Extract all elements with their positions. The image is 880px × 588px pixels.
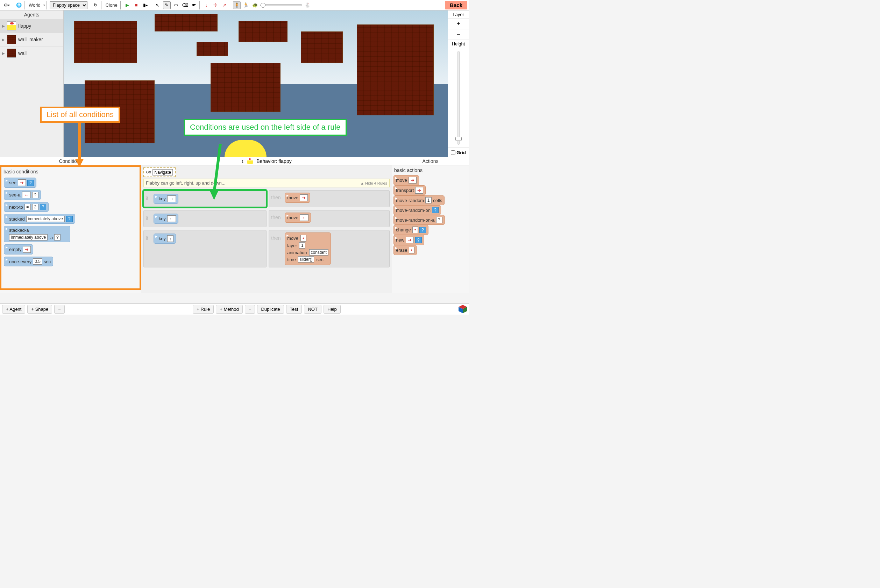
globe-icon[interactable]: 🌐: [15, 2, 23, 9]
block-transport[interactable]: ▶transport ➔: [393, 185, 426, 195]
rule-if-slot[interactable]: if ▶key ←: [143, 210, 267, 227]
refresh-icon[interactable]: ↻: [92, 2, 100, 9]
block-once-every[interactable]: ▶once-every 0.5 sec: [4, 256, 53, 266]
pencil-icon[interactable]: ✎: [163, 2, 171, 9]
arrow-upright-icon[interactable]: ↗: [221, 2, 228, 9]
step-icon[interactable]: ▮▸: [142, 2, 149, 9]
add-shape-button[interactable]: + Shape: [27, 305, 52, 314]
behavior-column: ↕ Behavior: flappy on Navigate Flabby ca…: [141, 158, 392, 293]
layer-plus-button[interactable]: +: [448, 19, 469, 29]
hand-icon[interactable]: ☛: [190, 2, 198, 9]
person-icon[interactable]: 🧍: [233, 2, 241, 9]
agents-panel: Agents ▶ flappy ▶ wall_maker ▶ wall: [0, 10, 64, 158]
arrow-down-red-icon[interactable]: ↓: [203, 2, 210, 9]
block-key[interactable]: ▶key →: [153, 194, 179, 204]
agent-name: flappy: [18, 23, 31, 28]
run-icon[interactable]: 🏃: [242, 2, 250, 9]
add-agent-button[interactable]: + Agent: [2, 305, 25, 314]
block-move[interactable]: ▶move ←: [285, 213, 311, 223]
rule-description[interactable]: Flabby can go left, right, up and down..…: [143, 178, 390, 188]
agent-brick-icon: [7, 49, 16, 58]
rule-then-slot[interactable]: then ▶move ➔: [269, 190, 390, 207]
block-see[interactable]: ▶see ➔ ?: [4, 178, 36, 188]
move-cross-icon[interactable]: ✢: [212, 2, 219, 9]
callout-rule-left: Conditions are used on the left side of …: [184, 119, 347, 136]
rule-editor: Conditions basic conditions ▶see ➔ ? ▶se…: [0, 158, 469, 293]
agent-item-wall-maker[interactable]: ▶ wall_maker: [0, 33, 63, 46]
basic-conditions-header: basic conditions: [3, 168, 138, 177]
agent-flappy-icon: [7, 21, 16, 30]
pointer-icon[interactable]: ↖: [154, 2, 162, 9]
agent-flappy-icon: [247, 158, 253, 164]
layer-minus-button[interactable]: −: [448, 29, 469, 40]
svg-marker-3: [210, 189, 219, 200]
speed-slider[interactable]: [260, 4, 302, 6]
chevron-right-icon: ▶: [2, 24, 5, 28]
agent-name: wall: [18, 50, 27, 56]
rule-row: if ▶key ↑ then ▶ move • layer 1 animatio…: [143, 230, 390, 267]
rule-row: if ▶key → then ▶move ➔: [143, 190, 390, 207]
add-method-button[interactable]: + Method: [216, 305, 243, 314]
height-slider[interactable]: [458, 51, 460, 145]
block-see-a[interactable]: ▶see-a ← ?: [4, 190, 41, 200]
rule-if-slot[interactable]: if ▶key →: [143, 190, 267, 207]
block-stacked[interactable]: ▶stacked immediately above ?: [4, 214, 75, 224]
block-next-to[interactable]: ▶next-to = 2 ?: [4, 202, 49, 212]
rule-then-slot[interactable]: then ▶ move • layer 1 animation constant…: [269, 230, 390, 267]
block-key[interactable]: ▶key ↑: [153, 234, 176, 244]
block-new[interactable]: ▶new ➔ ?: [393, 235, 424, 245]
remove-agent-button[interactable]: −: [54, 305, 65, 314]
height-header: Height: [448, 40, 469, 48]
help-button[interactable]: Help: [323, 305, 341, 314]
remove-rule-button[interactable]: −: [245, 305, 255, 314]
agent-name: wall_maker: [18, 37, 43, 42]
back-button[interactable]: Back: [445, 1, 467, 9]
on-navigate-block[interactable]: on Navigate: [143, 168, 176, 177]
svg-line-2: [214, 144, 220, 193]
hide-rules-toggle[interactable]: ▲ Hide 4 Rules: [360, 181, 387, 185]
block-erase[interactable]: ▶erase •: [393, 245, 417, 255]
block-move[interactable]: ▶move ➔: [393, 175, 419, 185]
grid-checkbox[interactable]: Grid: [448, 147, 469, 158]
project-select[interactable]: Flappy space: [50, 2, 87, 9]
block-key[interactable]: ▶key ←: [153, 214, 179, 224]
agent-item-wall[interactable]: ▶ wall: [0, 46, 63, 60]
agent-item-flappy[interactable]: ▶ flappy: [0, 19, 63, 33]
eraser-icon[interactable]: ⌫: [181, 2, 189, 9]
svg-marker-1: [75, 159, 84, 167]
gear-icon[interactable]: ⚙▾: [3, 2, 11, 9]
layer-header: Layer: [448, 10, 469, 19]
rule-if-slot[interactable]: if ▶key ↑: [143, 230, 267, 267]
duplicate-button[interactable]: Duplicate: [257, 305, 284, 314]
select-rect-icon[interactable]: ▭: [172, 2, 180, 9]
block-change[interactable]: ▶change • ?: [393, 225, 428, 235]
test-button[interactable]: Test: [286, 305, 302, 314]
block-move-complex[interactable]: ▶ move • layer 1 animation constant time…: [285, 232, 331, 265]
agent-brick-icon: [7, 35, 16, 44]
turtle-fast-icon[interactable]: 🐇: [303, 2, 311, 9]
conditions-column: Conditions basic conditions ▶see ➔ ? ▶se…: [0, 158, 141, 293]
actions-column: Actions basic actions ▶move ➔ ▶transport…: [392, 158, 469, 293]
play-icon[interactable]: ▶: [123, 2, 131, 9]
add-rule-button[interactable]: + Rule: [193, 305, 214, 314]
block-move-random-on[interactable]: ▶move-random-on ?: [393, 205, 441, 215]
block-empty[interactable]: ▶empty ➔: [4, 244, 33, 255]
clone-button[interactable]: Clone: [104, 3, 119, 8]
turtle-slow-icon[interactable]: 🐢: [251, 2, 259, 9]
block-move[interactable]: ▶move ➔: [285, 193, 310, 203]
right-rail: Layer + − Height Grid: [448, 10, 469, 158]
actions-header: Actions: [392, 158, 469, 165]
agents-header: Agents: [0, 10, 63, 19]
chevron-right-icon: ▶: [2, 38, 5, 42]
block-move-random[interactable]: ▶move-random 1 cells: [393, 195, 445, 205]
not-button[interactable]: NOT: [304, 305, 321, 314]
arrow-green-icon: [210, 144, 231, 200]
callout-conditions-list: List of all conditions: [40, 106, 120, 123]
rule-then-slot[interactable]: then ▶move ←: [269, 210, 390, 227]
resize-vertical-icon[interactable]: ↕: [241, 158, 244, 164]
block-stacked-a[interactable]: ▶stacked-a immediately abovea ?: [4, 226, 70, 242]
chevron-right-icon: ▶: [2, 51, 5, 55]
world-label[interactable]: World: [27, 3, 42, 8]
block-move-random-on-a[interactable]: ▶move-random-on-a ?: [393, 215, 445, 225]
stop-icon[interactable]: ■: [132, 2, 140, 9]
